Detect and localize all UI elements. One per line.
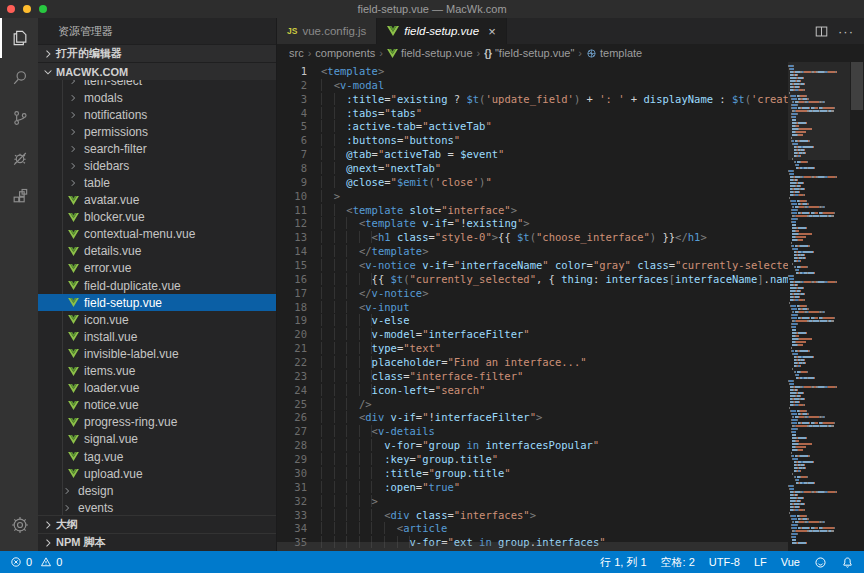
source-control-icon[interactable] <box>0 98 38 138</box>
code-line[interactable]: 4 :tabs="tabs" <box>277 107 788 121</box>
close-window-button[interactable] <box>7 5 15 13</box>
code-line[interactable]: 15 <v-notice v-if="interfaceName" color=… <box>277 259 788 273</box>
code-line[interactable]: 14 </template> <box>277 245 788 259</box>
breadcrumb-item[interactable]: template <box>586 47 642 59</box>
scrollbar-thumb[interactable] <box>851 62 863 110</box>
code-line[interactable]: 2 <v-modal <box>277 79 788 93</box>
tab-vue-config-js[interactable]: JS vue.config.js <box>277 18 377 44</box>
code-line[interactable]: 22 placeholder="Find an interface..." <box>277 356 788 370</box>
code-line[interactable]: 7 @tab="activeTab = $event" <box>277 148 788 162</box>
tree-item-modals[interactable]: modals <box>38 89 276 106</box>
language-mode[interactable]: Vue <box>781 556 800 568</box>
eol-setting[interactable]: LF <box>754 556 767 568</box>
horizontal-scrollbar[interactable] <box>277 542 788 551</box>
extensions-icon[interactable] <box>0 178 38 218</box>
code-line[interactable]: 31 :open="true" <box>277 481 788 495</box>
code-line[interactable]: 13 <h1 class="style-0">{{ $t("choose_int… <box>277 231 788 245</box>
code-line[interactable]: 26 <div v-if="!interfaceFilter"> <box>277 411 788 425</box>
debug-icon[interactable] <box>0 138 38 178</box>
breadcrumb-item[interactable]: components <box>315 47 375 59</box>
more-actions-icon[interactable]: ··· <box>838 24 854 39</box>
code-line[interactable]: 8 @next="nextTab" <box>277 162 788 176</box>
code-line[interactable]: 23 class="interface-filter" <box>277 370 788 384</box>
tree-item-blocker-vue[interactable]: blocker.vue <box>38 209 276 226</box>
tree-item-field-duplicate-vue[interactable]: field-duplicate.vue <box>38 277 276 294</box>
code-line[interactable]: 6 :buttons="buttons" <box>277 134 788 148</box>
indentation-setting[interactable]: 空格: 2 <box>661 555 695 570</box>
explorer-icon[interactable] <box>0 18 38 58</box>
code-line[interactable]: 30 :title="group.title" <box>277 467 788 481</box>
notifications-bell-icon[interactable] <box>841 556 854 569</box>
code-line[interactable]: 12 <template v-if="!existing"> <box>277 217 788 231</box>
tree-item-item-select[interactable]: item-select <box>38 80 276 89</box>
code-line[interactable]: 18 <v-input <box>277 301 788 315</box>
code-line[interactable]: 28 v-for="group in interfacesPopular" <box>277 439 788 453</box>
code-line[interactable]: 21 type="text" <box>277 342 788 356</box>
minimize-window-button[interactable] <box>23 5 31 13</box>
code-line[interactable]: 33 <div class="interfaces"> <box>277 509 788 523</box>
search-icon[interactable] <box>0 58 38 98</box>
tree-item-tag-vue[interactable]: tag.vue <box>38 448 276 465</box>
code-line[interactable]: 19 v-else <box>277 314 788 328</box>
tree-item-contextual-menu-vue[interactable]: contextual-menu.vue <box>38 226 276 243</box>
code-line[interactable]: 29 :key="group.title" <box>277 453 788 467</box>
tree-item-signal-vue[interactable]: signal.vue <box>38 431 276 448</box>
minimap[interactable] <box>788 62 850 551</box>
code-line[interactable]: 34 <article <box>277 522 788 536</box>
tree-item-loader-vue[interactable]: loader.vue <box>38 380 276 397</box>
code-line[interactable]: 9 @close="$emit('close')" <box>277 176 788 190</box>
tree-item-design[interactable]: design <box>38 482 276 499</box>
minimap-slider[interactable] <box>788 62 850 160</box>
code-line[interactable]: 25 /> <box>277 398 788 412</box>
open-editors-section[interactable]: 打开的编辑器 <box>38 44 276 62</box>
breadcrumb-item[interactable]: src <box>289 47 304 59</box>
settings-gear-icon[interactable] <box>0 505 38 545</box>
code-editor[interactable]: 1<template>2 <v-modal3 :title="existing … <box>277 62 788 551</box>
tree-item-label: modals <box>84 91 123 105</box>
code-line[interactable]: 10 > <box>277 190 788 204</box>
tree-item-invisible-label-vue[interactable]: invisible-label.vue <box>38 345 276 362</box>
breadcrumb-item[interactable]: field-setup.vue <box>387 47 473 59</box>
tree-item-items-vue[interactable]: items.vue <box>38 363 276 380</box>
tree-item-icon-vue[interactable]: icon.vue <box>38 311 276 328</box>
tree-item-error-vue[interactable]: error.vue <box>38 260 276 277</box>
breadcrumb-item[interactable]: {} "field-setup.vue" <box>484 47 574 59</box>
code-line[interactable]: 11 <template slot="interface"> <box>277 204 788 218</box>
tree-item-install-vue[interactable]: install.vue <box>38 328 276 345</box>
tree-item-table[interactable]: table <box>38 174 276 191</box>
code-line[interactable]: 32 > <box>277 495 788 509</box>
split-editor-icon[interactable] <box>815 25 828 38</box>
code-line[interactable]: 3 :title="existing ? $t('update_field') … <box>277 93 788 107</box>
outline-section[interactable]: 大纲 <box>38 515 276 533</box>
code-line[interactable]: 5 :active-tab="activeTab" <box>277 120 788 134</box>
tree-item-avatar-vue[interactable]: avatar.vue <box>38 192 276 209</box>
tree-item-upload-vue[interactable]: upload.vue <box>38 465 276 482</box>
code-line[interactable]: 27 <v-details <box>277 425 788 439</box>
line-number: 19 <box>277 314 307 328</box>
cursor-position[interactable]: 行 1, 列 1 <box>600 555 646 570</box>
tree-item-details-vue[interactable]: details.vue <box>38 243 276 260</box>
code-line[interactable]: 17 </v-notice> <box>277 287 788 301</box>
code-line[interactable]: 20 v-model="interfaceFilter" <box>277 328 788 342</box>
code-line[interactable]: 1<template> <box>277 65 788 79</box>
tree-item-search-filter[interactable]: search-filter <box>38 140 276 157</box>
zoom-window-button[interactable] <box>39 5 47 13</box>
problems-indicator[interactable]: 0 0 <box>10 556 62 568</box>
tree-item-sidebars[interactable]: sidebars <box>38 157 276 174</box>
npm-scripts-section[interactable]: NPM 脚本 <box>38 533 276 551</box>
tree-item-events[interactable]: events <box>38 499 276 515</box>
tree-item-permissions[interactable]: permissions <box>38 123 276 140</box>
close-tab-icon[interactable]: × <box>488 25 496 38</box>
workspace-section[interactable]: MACWK.COM <box>38 62 276 80</box>
tree-item-notice-vue[interactable]: notice.vue <box>38 397 276 414</box>
feedback-smiley-icon[interactable] <box>814 556 827 569</box>
tree-item-notifications[interactable]: notifications <box>38 106 276 123</box>
tab-label: field-setup.vue <box>404 25 479 37</box>
code-line[interactable]: 24 icon-left="search" <box>277 384 788 398</box>
vertical-scrollbar[interactable] <box>850 62 864 551</box>
tab-field-setup-vue[interactable]: field-setup.vue × <box>377 18 506 44</box>
tree-item-field-setup-vue[interactable]: field-setup.vue <box>38 294 276 311</box>
tree-item-progress-ring-vue[interactable]: progress-ring.vue <box>38 414 276 431</box>
code-line[interactable]: 16 {{ $t("currently_selected", { thing: … <box>277 273 788 287</box>
encoding-setting[interactable]: UTF-8 <box>709 556 740 568</box>
